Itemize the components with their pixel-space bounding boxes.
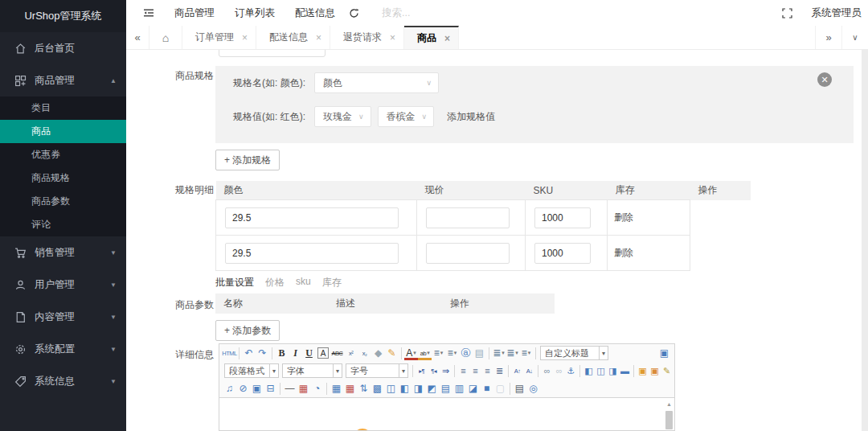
tab-close-icon[interactable]: × bbox=[316, 32, 321, 43]
paragraph-format-select[interactable]: 段落格式▾ bbox=[224, 363, 279, 378]
font-color-icon[interactable]: A▾ bbox=[404, 346, 418, 360]
insert-attachment-icon[interactable]: ⊘ bbox=[236, 381, 250, 396]
scrollbar-thumb[interactable] bbox=[665, 411, 673, 429]
insert-map-icon[interactable]: ▣ bbox=[250, 381, 264, 396]
color-input[interactable] bbox=[225, 207, 399, 228]
clear-doc-icon[interactable]: ▢ bbox=[493, 381, 507, 396]
tab-close-icon[interactable]: × bbox=[390, 32, 395, 43]
delete-table-icon[interactable]: ▦ bbox=[343, 381, 357, 396]
insert-table-icon[interactable]: ▦ bbox=[330, 381, 343, 396]
price-input[interactable] bbox=[426, 207, 510, 228]
add-spec-button[interactable]: + 添加规格 bbox=[215, 150, 280, 170]
paragraph-spacing-top-icon[interactable]: ≣▾ bbox=[492, 346, 506, 360]
highlight-color-icon[interactable]: ab▾ bbox=[418, 346, 432, 360]
batch-link-库存[interactable]: 库存 bbox=[322, 276, 342, 289]
price-input[interactable] bbox=[426, 243, 510, 264]
preview-icon[interactable]: ◎ bbox=[526, 381, 540, 396]
fullscreen-editor-icon[interactable]: ▣ bbox=[657, 346, 671, 360]
batch-link-sku[interactable]: sku bbox=[296, 276, 311, 289]
sidebar-item-销售管理[interactable]: 销售管理▼ bbox=[0, 236, 126, 269]
tab-close-icon[interactable]: × bbox=[444, 33, 450, 44]
line-height-icon[interactable]: ≡▾ bbox=[519, 346, 533, 360]
image-block-icon[interactable]: ▬ bbox=[619, 363, 631, 378]
ordered-list-icon[interactable]: ≡▾ bbox=[432, 346, 445, 360]
unlink-icon[interactable]: ∞ bbox=[553, 363, 565, 378]
sidebar-item-系统信息[interactable]: 系统信息▼ bbox=[0, 365, 126, 397]
insert-video-icon[interactable]: ▯ bbox=[673, 363, 674, 378]
redo-icon[interactable]: ↷ bbox=[256, 346, 269, 360]
insert-col-icon[interactable]: ◧ bbox=[398, 381, 411, 396]
indent-icon[interactable]: ⇒ bbox=[440, 363, 452, 378]
insert-row-icon[interactable]: ◫ bbox=[384, 381, 398, 396]
custom-title-select[interactable]: 自定义标题▾ bbox=[540, 346, 608, 360]
page-break-icon[interactable]: ⊟ bbox=[264, 381, 277, 396]
batch-link-价格[interactable]: 价格 bbox=[265, 276, 285, 289]
source-code-icon[interactable]: HTML bbox=[223, 346, 236, 360]
table-sort-icon[interactable]: ⇅ bbox=[357, 381, 371, 396]
font-size-select[interactable]: 字号▾ bbox=[346, 363, 408, 378]
insert-date-icon[interactable]: ▦ bbox=[297, 381, 310, 396]
delete-col-icon[interactable]: ◩ bbox=[425, 381, 439, 396]
subscript-icon[interactable]: x₂ bbox=[358, 346, 371, 360]
sidebar-subitem-类目[interactable]: 类目 bbox=[0, 96, 126, 120]
search-input[interactable] bbox=[380, 6, 504, 19]
font-family-select[interactable]: 字体▾ bbox=[282, 363, 342, 378]
delete-row-link[interactable]: 删除 bbox=[608, 211, 633, 223]
align-right-icon[interactable]: ≡ bbox=[481, 363, 493, 378]
image-align-right-icon[interactable]: ◨ bbox=[607, 363, 619, 378]
sidebar-item-商品管理[interactable]: 商品管理▲ bbox=[0, 64, 126, 96]
background-color-icon[interactable]: ✎ bbox=[661, 363, 673, 378]
tab-close-icon[interactable]: × bbox=[242, 32, 248, 43]
editor-scrollbar[interactable]: ▲ bbox=[665, 401, 673, 429]
sidebar-subitem-优惠券[interactable]: 优惠券 bbox=[0, 143, 126, 166]
spec-value-select-香槟金[interactable]: 香槟金∨ bbox=[378, 106, 435, 127]
topnav-配送信息[interactable]: 配送信息 bbox=[295, 6, 335, 20]
scroll-up-icon[interactable]: ▲ bbox=[665, 401, 673, 408]
unordered-list-icon[interactable]: ≡▾ bbox=[445, 346, 459, 360]
image-align-left-icon[interactable]: ◧ bbox=[583, 363, 595, 378]
link-icon[interactable]: ∞ bbox=[541, 363, 553, 378]
screenshot-icon[interactable]: ▣ bbox=[649, 363, 661, 378]
page-scrollbar[interactable] bbox=[862, 50, 868, 431]
anchor-icon[interactable]: ⚓ bbox=[565, 363, 577, 378]
tabs-scroll-right-icon[interactable]: » bbox=[815, 26, 841, 49]
superscript-icon[interactable]: x² bbox=[344, 346, 358, 360]
align-center-icon[interactable]: ≡ bbox=[469, 363, 481, 378]
topnav-商品管理[interactable]: 商品管理 bbox=[174, 6, 215, 20]
insert-music-icon[interactable]: ♫ bbox=[223, 381, 236, 396]
tab-home-icon[interactable]: ⌂ bbox=[149, 26, 182, 49]
sku-input[interactable] bbox=[534, 207, 591, 228]
image-align-center-icon[interactable]: ◫ bbox=[595, 363, 607, 378]
tab-配送信息[interactable]: 配送信息× bbox=[256, 26, 330, 49]
strikethrough-icon[interactable]: ABC bbox=[330, 346, 344, 360]
sidebar-item-内容管理[interactable]: 内容管理▼ bbox=[0, 301, 126, 333]
font-size-down-icon[interactable]: A↓ bbox=[523, 363, 535, 378]
eraser-icon[interactable]: ◆ bbox=[371, 346, 385, 360]
align-left-icon[interactable]: ≡ bbox=[457, 363, 469, 378]
color-input[interactable] bbox=[225, 243, 399, 264]
collapse-sidebar-icon[interactable] bbox=[143, 7, 154, 18]
print-icon[interactable]: ▤ bbox=[513, 381, 526, 396]
add-param-button[interactable]: + 添加参数 bbox=[215, 320, 280, 341]
italic-icon[interactable]: I bbox=[289, 346, 302, 360]
truncated-input[interactable] bbox=[219, 50, 326, 57]
user-menu[interactable]: 系统管理员 bbox=[812, 6, 862, 20]
close-spec-icon[interactable]: ✕ bbox=[817, 72, 832, 87]
insert-time-icon[interactable]: ◔ bbox=[310, 381, 324, 396]
sidebar-subitem-商品参数[interactable]: 商品参数 bbox=[0, 190, 126, 213]
sidebar-item-后台首页[interactable]: 后台首页 bbox=[0, 32, 126, 64]
paragraph-spacing-bottom-icon[interactable]: ≣▾ bbox=[506, 346, 519, 360]
sidebar-item-系统配置[interactable]: 系统配置▼ bbox=[0, 333, 126, 365]
font-size-up-icon[interactable]: A↑ bbox=[511, 363, 523, 378]
insert-image-icon[interactable]: ▣ bbox=[637, 363, 649, 378]
template-icon[interactable]: ▤ bbox=[473, 346, 486, 360]
horizontal-rule-icon[interactable]: ― bbox=[283, 381, 297, 396]
merge-cells-icon[interactable]: ▤ bbox=[439, 381, 452, 396]
undo-icon[interactable]: ↶ bbox=[242, 346, 256, 360]
sidebar-subitem-商品规格[interactable]: 商品规格 bbox=[0, 166, 126, 190]
sku-input[interactable] bbox=[534, 243, 591, 264]
add-spec-value-link[interactable]: 添加规格值 bbox=[447, 110, 495, 124]
topnav-订单列表[interactable]: 订单列表 bbox=[235, 6, 275, 20]
format-brush-icon[interactable]: ✎ bbox=[385, 346, 399, 360]
tabs-scroll-left-icon[interactable]: « bbox=[126, 26, 149, 49]
